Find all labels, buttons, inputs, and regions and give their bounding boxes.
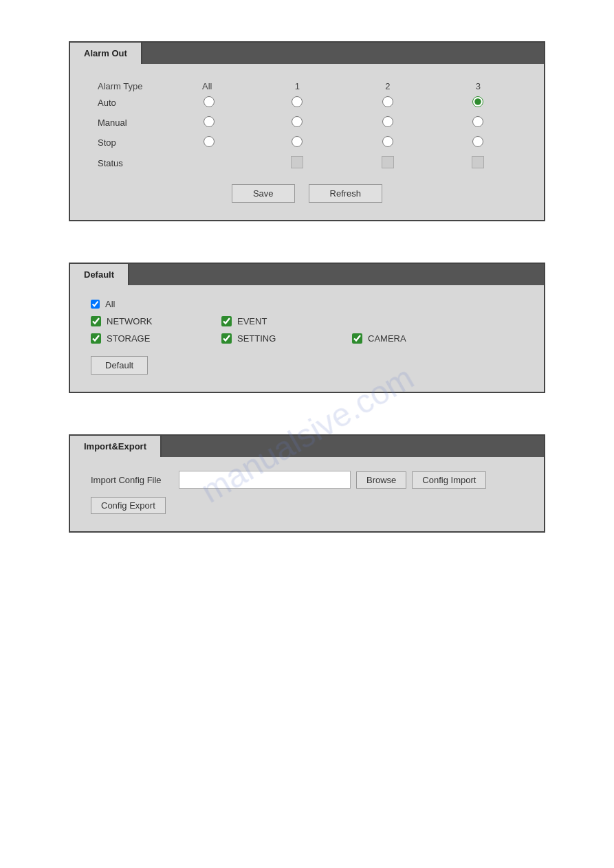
default-panel: Default All NETWORK EVENT STORAGE SETTIN…	[69, 263, 545, 393]
all-checkbox[interactable]	[91, 300, 100, 309]
alarm-header-row: Alarm Type All 1 2 3	[91, 78, 523, 93]
import-export-title: Import&Export	[70, 436, 162, 457]
alarm-out-body: Alarm Type All 1 2 3 Auto Manual	[70, 64, 544, 220]
empty-col	[352, 316, 476, 326]
manual-radio-1[interactable]	[252, 113, 342, 133]
network-checkbox-item: NETWORK	[91, 316, 215, 326]
col-2: 2	[342, 78, 432, 93]
manual-radio-all[interactable]	[166, 113, 252, 133]
alarm-type-label: Alarm Type	[91, 78, 166, 93]
storage-checkbox[interactable]	[91, 333, 101, 344]
camera-checkbox[interactable]	[352, 333, 362, 344]
status-spacer	[166, 153, 252, 174]
auto-row: Auto	[91, 93, 523, 113]
auto-radio-3[interactable]	[432, 93, 523, 113]
import-export-panel: Import&Export Import Config File Browse …	[69, 434, 545, 533]
import-row: Import Config File Browse Config Import	[91, 471, 523, 489]
default-body: All NETWORK EVENT STORAGE SETTING C	[70, 285, 544, 392]
alarm-out-header: Alarm Out	[70, 43, 544, 64]
event-checkbox[interactable]	[221, 316, 232, 326]
storage-label: STORAGE	[107, 333, 150, 344]
default-button[interactable]: Default	[91, 356, 148, 375]
col-3: 3	[432, 78, 523, 93]
auto-radio-all[interactable]	[166, 93, 252, 113]
import-export-body: Import Config File Browse Config Import …	[70, 457, 544, 531]
setting-checkbox[interactable]	[221, 333, 232, 344]
manual-radio-3[interactable]	[432, 113, 523, 133]
config-export-button[interactable]: Config Export	[91, 497, 166, 514]
stop-radio-all[interactable]	[166, 133, 252, 153]
stop-radio-3[interactable]	[432, 133, 523, 153]
stop-radio-1[interactable]	[252, 133, 342, 153]
stop-label: Stop	[91, 133, 166, 153]
checkbox-grid: NETWORK EVENT STORAGE SETTING CAMERA	[91, 316, 523, 344]
default-header: Default	[70, 264, 544, 285]
import-config-label: Import Config File	[91, 475, 173, 485]
refresh-button[interactable]: Refresh	[309, 184, 383, 203]
alarm-out-title: Alarm Out	[70, 43, 142, 64]
network-checkbox[interactable]	[91, 316, 101, 326]
camera-label: CAMERA	[368, 333, 406, 344]
setting-checkbox-item: SETTING	[221, 333, 345, 344]
status-square-2	[342, 153, 432, 174]
config-import-button[interactable]: Config Import	[412, 471, 486, 489]
import-config-input[interactable]	[179, 471, 351, 489]
status-row: Status	[91, 153, 523, 174]
all-row: All	[91, 299, 523, 309]
stop-row: Stop	[91, 133, 523, 153]
event-checkbox-item: EVENT	[221, 316, 345, 326]
all-label: All	[105, 299, 115, 309]
col-1: 1	[252, 78, 342, 93]
save-button[interactable]: Save	[232, 184, 295, 203]
col-all: All	[166, 78, 252, 93]
auto-label: Auto	[91, 93, 166, 113]
storage-checkbox-item: STORAGE	[91, 333, 215, 344]
status-label: Status	[91, 153, 166, 174]
status-square-1	[252, 153, 342, 174]
network-label: NETWORK	[107, 316, 152, 326]
browse-button[interactable]: Browse	[356, 471, 406, 489]
status-square-3	[432, 153, 523, 174]
manual-row: Manual	[91, 113, 523, 133]
auto-radio-1[interactable]	[252, 93, 342, 113]
event-label: EVENT	[237, 316, 267, 326]
default-title: Default	[70, 264, 129, 285]
alarm-table: Alarm Type All 1 2 3 Auto Manual	[91, 78, 523, 174]
camera-checkbox-item: CAMERA	[352, 333, 476, 344]
alarm-out-panel: Alarm Out Alarm Type All 1 2 3 Auto	[69, 41, 545, 221]
alarm-btn-row: Save Refresh	[91, 184, 523, 203]
import-export-header: Import&Export	[70, 436, 544, 457]
auto-radio-2[interactable]	[342, 93, 432, 113]
setting-label: SETTING	[237, 333, 276, 344]
manual-label: Manual	[91, 113, 166, 133]
manual-radio-2[interactable]	[342, 113, 432, 133]
stop-radio-2[interactable]	[342, 133, 432, 153]
